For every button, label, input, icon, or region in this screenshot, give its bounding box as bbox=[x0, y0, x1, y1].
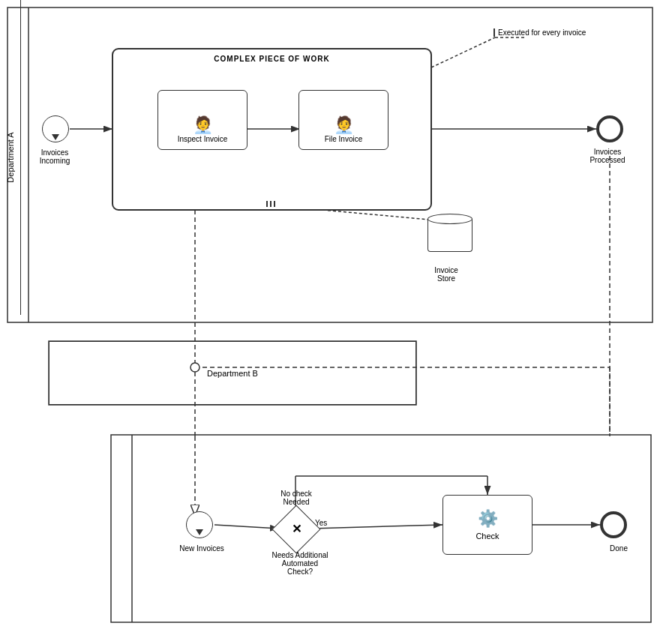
invoices-incoming-event bbox=[42, 115, 69, 142]
yes-label: Yes bbox=[315, 519, 327, 527]
no-check-label: No checkNeeded bbox=[266, 490, 326, 506]
start-event-circle bbox=[42, 115, 69, 142]
subprocess-label: COMPLEX PIECE OF WORK bbox=[112, 55, 431, 63]
new-invoices-event bbox=[186, 511, 213, 538]
gateway-label: Needs AdditionalAutomatedCheck? bbox=[259, 551, 341, 576]
done-event bbox=[600, 511, 627, 538]
needs-check-gateway[interactable]: ✕ bbox=[279, 512, 314, 547]
done-event-circle bbox=[600, 511, 627, 538]
new-invoices-circle bbox=[186, 511, 213, 538]
file-invoice-task[interactable]: 🧑‍💼 File Invoice bbox=[298, 90, 388, 150]
svg-line-14 bbox=[431, 37, 495, 67]
invoices-incoming-label: InvoicesIncoming bbox=[28, 148, 81, 165]
file-user-icon: 🧑‍💼 bbox=[334, 117, 354, 133]
gear-icon: ⚙️ bbox=[478, 509, 498, 529]
dept-a-lane-label: Department A bbox=[0, 0, 21, 315]
gateway-diamond: ✕ bbox=[272, 505, 320, 553]
user-icon: 🧑‍💼 bbox=[193, 117, 213, 133]
file-invoice-label: File Invoice bbox=[325, 135, 363, 143]
done-label: Done bbox=[600, 544, 638, 553]
start-triangle bbox=[52, 134, 59, 140]
invoice-store-label: InvoiceStore bbox=[420, 266, 472, 283]
check-task[interactable]: ⚙️ Check bbox=[442, 495, 532, 555]
svg-line-23 bbox=[312, 525, 442, 529]
invoices-processed-label: InvoicesProcessed bbox=[581, 148, 634, 164]
multi-instance-marker bbox=[266, 201, 275, 207]
new-invoices-triangle bbox=[196, 529, 203, 535]
annotation-text: Executed for every invoice bbox=[494, 28, 614, 37]
end-event-circle bbox=[596, 115, 623, 142]
database-symbol bbox=[428, 214, 472, 266]
gateway-symbol: ✕ bbox=[292, 523, 302, 535]
inspect-invoice-task[interactable]: 🧑‍💼 Inspect Invoice bbox=[158, 90, 248, 150]
diagram-container: Department A COMPLEX PIECE OF WORK 🧑‍💼 I… bbox=[0, 0, 672, 644]
invoices-processed-event bbox=[596, 115, 623, 142]
dept-b-lane: Department B bbox=[49, 341, 416, 405]
check-task-label: Check bbox=[476, 532, 499, 541]
dept-a-text: Department A bbox=[6, 132, 15, 182]
svg-line-22 bbox=[214, 525, 279, 529]
new-invoices-label: New Invoices bbox=[176, 544, 228, 553]
dept-b-label: Department B bbox=[207, 369, 258, 378]
inspect-invoice-label: Inspect Invoice bbox=[178, 135, 228, 143]
db-top bbox=[428, 214, 472, 224]
